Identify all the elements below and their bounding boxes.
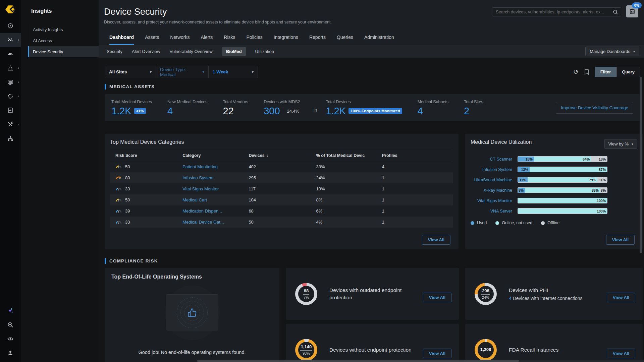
- category-link[interactable]: Medical Cart: [182, 197, 207, 202]
- table-row-medical-device-gat[interactable]: 33Medical Device Gat...504%1: [110, 217, 453, 228]
- search-input[interactable]: [492, 9, 613, 14]
- table-row-medication-dispen[interactable]: 39Medication Dispen...686%1: [110, 205, 453, 217]
- risk-score-value: 33: [125, 186, 130, 191]
- stat-value-row: 4: [167, 106, 207, 116]
- subtab-biomed[interactable]: BioMed: [222, 47, 246, 56]
- compliance-card-fda-recall-instances: 1,208FDA Recall InstancesView All: [465, 324, 643, 362]
- view-all-button[interactable]: View All: [422, 235, 450, 245]
- stat-devices-with-mds2: Devices with MDS230024.4%: [264, 100, 300, 116]
- time-range-dropdown[interactable]: 1 Week ▾: [209, 66, 258, 78]
- section-accent-bar: [105, 258, 106, 264]
- column-header-of-total-medical-devic[interactable]: % of Total Medical Devic: [316, 153, 382, 158]
- category-link[interactable]: Medication Dispen...: [182, 208, 222, 214]
- column-header-profiles[interactable]: Profiles: [382, 153, 448, 158]
- column-header-category[interactable]: Category: [182, 153, 249, 158]
- table-row-medical-cart[interactable]: 50Medical Cart1048%1: [110, 194, 453, 205]
- horizontal-scrollbar[interactable]: [197, 360, 519, 362]
- manage-dashboards-button[interactable]: Manage Dashboards ▾: [585, 47, 639, 56]
- subtab-security[interactable]: Security: [107, 47, 122, 56]
- brand-logo[interactable]: [0, 0, 21, 19]
- rail-ai-assistant[interactable]: [0, 304, 21, 318]
- utilization-category-label: Vital Signs Monitor: [471, 198, 512, 203]
- segment-value-label: 18%: [526, 157, 534, 161]
- tab-risks[interactable]: Risks: [224, 35, 235, 45]
- segment-online-not-used: 85%: [525, 188, 600, 193]
- table-row-vital-signs-monitor[interactable]: 33Vital Signs Monitor11710%1: [110, 183, 453, 194]
- global-search[interactable]: [492, 7, 621, 16]
- table-row-patient-monitoring[interactable]: 50Patient Monitoring40233%4: [110, 161, 453, 172]
- assessment-score-button[interactable]: 0%: [626, 5, 638, 17]
- refresh-button[interactable]: ↺: [573, 69, 579, 75]
- segment-online-not-used: 100%: [518, 198, 607, 203]
- bookmark-icon: [584, 69, 589, 75]
- category-link[interactable]: Patient Monitoring: [182, 164, 218, 169]
- rail-network-topology[interactable]: [0, 131, 21, 145]
- rail-tools[interactable]: ›: [0, 117, 21, 131]
- category-link[interactable]: Infusion System: [182, 175, 214, 180]
- subtab-utilization[interactable]: Utilization: [255, 47, 274, 56]
- view-all-button[interactable]: View All: [423, 349, 451, 358]
- rail-processes[interactable]: ›: [0, 89, 21, 103]
- category-link[interactable]: Medical Device Gat...: [182, 220, 224, 225]
- tab-reports[interactable]: Reports: [309, 35, 326, 45]
- profiles-cell: 1: [382, 208, 448, 214]
- segment-online-not-used: 79%: [528, 177, 597, 182]
- view-all-button[interactable]: View All: [607, 349, 635, 358]
- vertical-scrollbar[interactable]: [640, 77, 642, 253]
- tab-assets[interactable]: Assets: [145, 35, 159, 45]
- category-cell: Vital Signs Monitor: [182, 186, 249, 191]
- tab-queries[interactable]: Queries: [337, 35, 353, 45]
- filter-mode-button[interactable]: Filter: [595, 67, 617, 77]
- tab-alerts[interactable]: Alerts: [201, 35, 213, 45]
- tab-policies[interactable]: Policies: [247, 35, 263, 45]
- utilization-bar: 13%87%: [518, 167, 607, 172]
- rail-investigate[interactable]: [0, 318, 21, 332]
- tab-networks[interactable]: Networks: [170, 35, 190, 45]
- subtab-alert-overview[interactable]: Alert Overview: [132, 47, 160, 56]
- view-all-button[interactable]: View All: [606, 235, 635, 245]
- rail-insights[interactable]: ›: [0, 33, 21, 47]
- sites-dropdown[interactable]: All Sites ▾: [105, 66, 156, 78]
- view-all-button[interactable]: View All: [423, 293, 451, 302]
- table-row-infusion-system[interactable]: 80Infusion System29524%1: [110, 172, 453, 183]
- donut-hole: 1,14093%: [298, 342, 314, 358]
- chevron-down-icon: ▾: [633, 50, 635, 53]
- view-all-button[interactable]: View All: [607, 293, 635, 302]
- view-by-dropdown[interactable]: View by % ▾: [604, 139, 638, 149]
- rail-dashboards[interactable]: [0, 47, 21, 61]
- sidebar-item-device-security[interactable]: Device Security: [28, 46, 99, 57]
- page-header: Device Security Discover, assess, and pr…: [99, 0, 644, 45]
- segment-online-not-used: 100%: [518, 208, 607, 214]
- column-header-risk-score[interactable]: Risk Score: [115, 153, 182, 158]
- stat-label: Total Devices: [326, 100, 402, 104]
- rail-alerts[interactable]: ›: [0, 61, 21, 75]
- tab-dashboard[interactable]: Dashboard: [109, 35, 134, 45]
- rail-reports[interactable]: [0, 103, 21, 117]
- sidebar-item-ai-access[interactable]: AI Access: [28, 35, 99, 46]
- rail-devices[interactable]: ›: [0, 75, 21, 89]
- segment-used: 13%: [518, 167, 530, 172]
- report-document-icon: [7, 107, 14, 114]
- segment-value-label: 13%: [521, 168, 530, 172]
- rail-discover[interactable]: [0, 19, 21, 33]
- sidebar-item-activity-insights[interactable]: Activity Insights: [28, 24, 99, 35]
- tab-administration[interactable]: Administration: [364, 35, 394, 45]
- stat-value-row: 22: [223, 106, 248, 116]
- user-icon: [7, 350, 14, 356]
- stat-label: Devices with MDS2: [264, 100, 300, 104]
- category-link[interactable]: Vital Signs Monitor: [182, 186, 219, 191]
- risk-gauge-icon: [115, 165, 122, 169]
- column-header-devices[interactable]: Devices↓: [249, 153, 316, 158]
- stat-label: New Medical Devices: [167, 100, 207, 104]
- donut-percent: 7%: [304, 295, 309, 299]
- subtab-vulnerability-overview[interactable]: Vulnerability Overview: [170, 47, 213, 56]
- device-type-dropdown[interactable]: Device Type: Medical ▾: [156, 66, 209, 78]
- donut-value: 88: [303, 288, 309, 295]
- bookmark-button[interactable]: [584, 69, 589, 75]
- rail-user[interactable]: [0, 346, 21, 360]
- rail-visibility[interactable]: [0, 332, 21, 346]
- tab-integrations[interactable]: Integrations: [274, 35, 298, 45]
- query-mode-button[interactable]: Query: [616, 67, 640, 77]
- improve-coverage-button[interactable]: Improve Device Visibility Coverage: [556, 102, 633, 114]
- time-range-value: 1 Week: [213, 69, 228, 74]
